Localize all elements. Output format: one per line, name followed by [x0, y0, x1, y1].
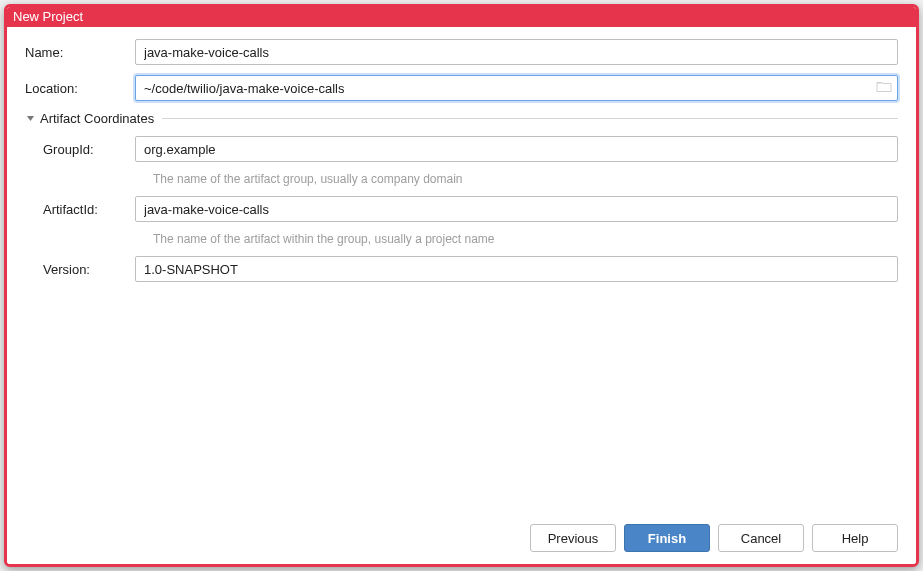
- browse-folder-icon[interactable]: [876, 80, 892, 97]
- groupid-help: The name of the artifact group, usually …: [153, 172, 898, 186]
- title-bar: New Project: [7, 7, 916, 27]
- groupid-label: GroupId:: [25, 142, 135, 157]
- form-area: Name: Location:: [25, 39, 898, 514]
- version-input-wrap: [135, 256, 898, 282]
- name-input[interactable]: [135, 39, 898, 65]
- finish-button[interactable]: Finish: [624, 524, 710, 552]
- artifact-section-title: Artifact Coordinates: [40, 111, 154, 126]
- version-input[interactable]: [135, 256, 898, 282]
- button-bar: Previous Finish Cancel Help: [25, 514, 898, 552]
- location-input[interactable]: [135, 75, 898, 101]
- artifactid-label: ArtifactId:: [25, 202, 135, 217]
- dialog-content: Name: Location:: [7, 27, 916, 564]
- artifactid-help: The name of the artifact within the grou…: [153, 232, 898, 246]
- new-project-dialog: New Project Name: Location:: [4, 4, 919, 567]
- location-input-wrap: [135, 75, 898, 101]
- name-row: Name:: [25, 39, 898, 65]
- section-divider: [162, 118, 898, 119]
- artifact-coordinates-header: Artifact Coordinates: [25, 111, 898, 126]
- name-label: Name:: [25, 45, 135, 60]
- groupid-input[interactable]: [135, 136, 898, 162]
- cancel-button[interactable]: Cancel: [718, 524, 804, 552]
- version-label: Version:: [25, 262, 135, 277]
- artifactid-input-wrap: [135, 196, 898, 222]
- name-input-wrap: [135, 39, 898, 65]
- artifactid-input[interactable]: [135, 196, 898, 222]
- version-row: Version:: [25, 256, 898, 282]
- disclosure-toggle-icon[interactable]: [25, 114, 36, 123]
- help-button[interactable]: Help: [812, 524, 898, 552]
- previous-button[interactable]: Previous: [530, 524, 616, 552]
- location-label: Location:: [25, 81, 135, 96]
- location-row: Location:: [25, 75, 898, 101]
- groupid-input-wrap: [135, 136, 898, 162]
- groupid-row: GroupId:: [25, 136, 898, 162]
- window-title: New Project: [13, 9, 83, 24]
- artifactid-row: ArtifactId:: [25, 196, 898, 222]
